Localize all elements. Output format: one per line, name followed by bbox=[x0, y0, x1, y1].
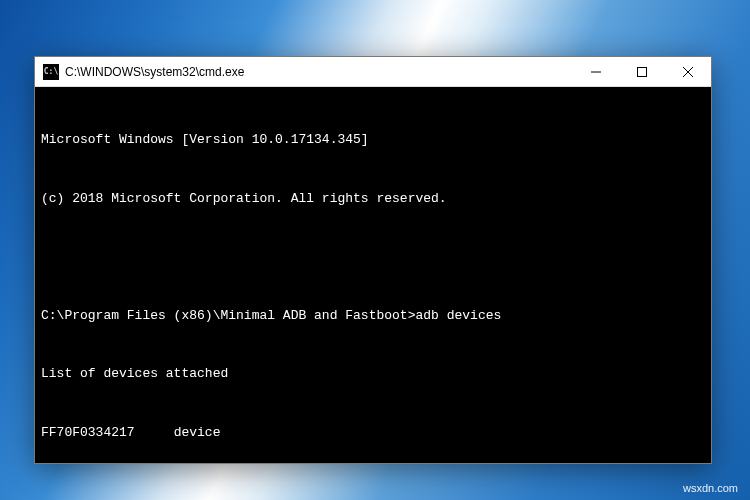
copyright-line: (c) 2018 Microsoft Corporation. All righ… bbox=[41, 189, 705, 209]
terminal-body[interactable]: Microsoft Windows [Version 10.0.17134.34… bbox=[35, 87, 711, 463]
version-line: Microsoft Windows [Version 10.0.17134.34… bbox=[41, 130, 705, 150]
cmd-icon: C:\ bbox=[43, 64, 59, 80]
window-controls bbox=[573, 57, 711, 86]
cmd-window: C:\ C:\WINDOWS\system32\cmd.exe Microsof… bbox=[34, 56, 712, 464]
device-serial: FF70F0334217 bbox=[41, 425, 135, 440]
minimize-button[interactable] bbox=[573, 57, 619, 86]
command-text: adb devices bbox=[415, 308, 501, 323]
close-button[interactable] bbox=[665, 57, 711, 86]
desktop-background: C:\ C:\WINDOWS\system32\cmd.exe Microsof… bbox=[0, 0, 750, 500]
window-title: C:\WINDOWS\system32\cmd.exe bbox=[65, 65, 573, 79]
prompt-line: C:\Program Files (x86)\Minimal ADB and F… bbox=[41, 306, 705, 326]
titlebar[interactable]: C:\ C:\WINDOWS\system32\cmd.exe bbox=[35, 57, 711, 87]
devices-header: List of devices attached bbox=[41, 364, 705, 384]
prompt-path: C:\Program Files (x86)\Minimal ADB and F… bbox=[41, 308, 415, 323]
maximize-button[interactable] bbox=[619, 57, 665, 86]
svg-rect-1 bbox=[638, 67, 647, 76]
watermark-text: wsxdn.com bbox=[683, 482, 738, 494]
blank-line bbox=[41, 247, 705, 267]
device-row: FF70F0334217 device bbox=[41, 423, 705, 443]
device-state: device bbox=[174, 425, 221, 440]
